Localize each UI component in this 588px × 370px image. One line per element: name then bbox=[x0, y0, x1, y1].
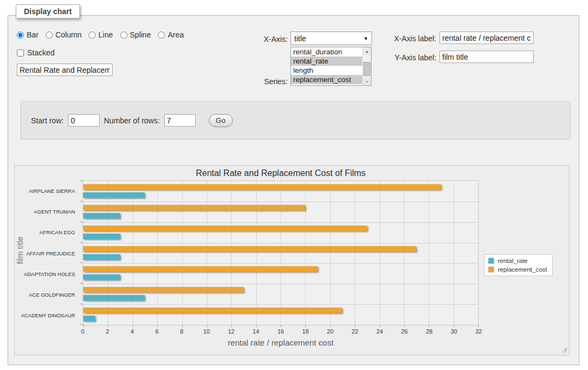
x-tick-mark bbox=[478, 325, 479, 327]
x-tick-label: 30 bbox=[450, 328, 457, 335]
gridline bbox=[231, 181, 232, 325]
gridline bbox=[207, 181, 207, 325]
y-tick-mark bbox=[80, 201, 83, 202]
x-tick-label: 8 bbox=[180, 328, 183, 335]
radio-label: Column bbox=[55, 30, 82, 39]
band-separator bbox=[83, 284, 478, 284]
series-option-replacement_cost[interactable]: replacement_cost bbox=[291, 75, 362, 84]
series-scrollbar[interactable]: ▲ ▼ bbox=[362, 47, 371, 85]
x-axis-label-input[interactable] bbox=[440, 32, 534, 44]
chart-title-input[interactable] bbox=[17, 64, 113, 76]
chart-type-option-area[interactable]: Area bbox=[158, 30, 184, 39]
band-separator bbox=[83, 202, 478, 202]
stacked-checkbox-row[interactable]: Stacked bbox=[17, 48, 55, 57]
chart-type-option-bar[interactable]: Bar bbox=[17, 30, 39, 39]
x-tick-label: 32 bbox=[475, 328, 482, 335]
start-row-input[interactable] bbox=[68, 114, 100, 127]
x-tick-label: 14 bbox=[252, 328, 259, 335]
x-tick-mark bbox=[256, 325, 257, 327]
radio-column[interactable] bbox=[46, 32, 53, 39]
gridline bbox=[256, 181, 257, 325]
gridline bbox=[281, 181, 281, 325]
chart-x-axis-title: rental rate / replacement cost bbox=[83, 338, 479, 347]
scrollbar-thumb[interactable] bbox=[363, 62, 370, 76]
chart-type-option-line[interactable]: Line bbox=[89, 30, 113, 39]
y-axis-label-caption: Y-Axis label: bbox=[386, 53, 436, 62]
plot-area bbox=[83, 180, 479, 325]
legend-item-replacement_cost[interactable]: replacement_cost bbox=[488, 266, 547, 273]
radio-label: Bar bbox=[27, 30, 39, 39]
y-axis-label-input[interactable] bbox=[440, 51, 534, 63]
gridline bbox=[305, 181, 306, 325]
category-labels: AIRPLANE SIERRAAGENT TRUMANAFRICAN EGGAF… bbox=[15, 180, 79, 325]
chart-type-option-column[interactable]: Column bbox=[46, 30, 82, 39]
legend-swatch bbox=[488, 258, 494, 264]
stacked-checkbox[interactable] bbox=[17, 49, 24, 57]
chart-type-option-spline[interactable]: Spline bbox=[120, 30, 151, 39]
chevron-down-icon: ▼ bbox=[363, 36, 368, 41]
bar-replacement_cost-affair-prejudice bbox=[83, 246, 416, 252]
radio-spline[interactable] bbox=[120, 32, 127, 39]
x-tick-mark bbox=[157, 325, 158, 327]
y-tick-mark bbox=[80, 324, 83, 325]
bar-rental_rate-african-egg bbox=[83, 234, 120, 239]
y-tick-mark bbox=[80, 262, 83, 263]
x-tick-label: 20 bbox=[327, 328, 333, 335]
x-tick-label: 16 bbox=[277, 328, 284, 335]
x-tick-label: 0 bbox=[81, 328, 84, 335]
legend-label: replacement_cost bbox=[498, 266, 547, 273]
scroll-up-icon[interactable]: ▲ bbox=[363, 47, 371, 55]
x-tick-mark bbox=[83, 325, 84, 327]
series-options: rental_durationrental_ratelengthreplacem… bbox=[291, 47, 362, 85]
series-option-rental_rate[interactable]: rental_rate bbox=[291, 57, 362, 66]
series-select-label: Series: bbox=[251, 77, 288, 86]
radio-line[interactable] bbox=[89, 32, 96, 39]
gridline bbox=[108, 181, 108, 325]
y-tick-mark bbox=[80, 304, 83, 304]
x-axis-select[interactable]: title ▼ bbox=[290, 32, 372, 45]
radio-area[interactable] bbox=[158, 32, 165, 39]
band-separator bbox=[83, 243, 478, 243]
radio-label: Area bbox=[168, 30, 184, 39]
rows-panel: Start row: Number of rows: Go bbox=[21, 101, 571, 140]
gridline bbox=[157, 181, 158, 325]
band-separator bbox=[83, 222, 478, 223]
x-tick-labels: 02468101214161820222426283032 bbox=[83, 328, 479, 336]
x-tick-mark bbox=[133, 325, 133, 327]
series-option-rental_duration[interactable]: rental_duration bbox=[291, 47, 362, 57]
legend-item-rental_rate[interactable]: rental_rate bbox=[488, 258, 547, 264]
radio-bar[interactable] bbox=[17, 32, 24, 39]
bar-rental_rate-affair-prejudice bbox=[83, 254, 120, 260]
x-tick-label: 26 bbox=[401, 328, 407, 335]
bar-replacement_cost-airplane-sierra bbox=[83, 184, 441, 190]
category-label: ACADEMY DINOSAUR bbox=[21, 312, 75, 318]
category-label: AFFAIR PREJUDICE bbox=[26, 250, 75, 256]
resize-grip-icon[interactable] bbox=[561, 347, 567, 353]
series-option-length[interactable]: length bbox=[291, 66, 362, 75]
x-tick-label: 2 bbox=[106, 328, 109, 335]
x-axis-selected-value: title bbox=[294, 34, 306, 43]
go-button[interactable]: Go bbox=[209, 114, 233, 127]
series-listbox[interactable]: rental_durationrental_ratelengthreplacem… bbox=[290, 47, 372, 86]
x-tick-mark bbox=[454, 325, 454, 327]
x-tick-mark bbox=[305, 325, 306, 327]
bar-replacement_cost-academy-dinosaur bbox=[83, 308, 342, 313]
fieldset-legend: Display chart bbox=[16, 4, 80, 18]
gridline bbox=[429, 181, 429, 325]
bar-rental_rate-adaptation-holes bbox=[83, 274, 120, 280]
gridline bbox=[404, 181, 405, 325]
x-tick-mark bbox=[380, 325, 380, 327]
x-tick-mark bbox=[108, 325, 108, 327]
bar-rental_rate-agent-truman bbox=[83, 213, 120, 218]
x-tick-mark bbox=[355, 325, 355, 327]
chart-panel: Rental Rate and Replacement Cost of Film… bbox=[14, 165, 570, 355]
bar-rental_rate-airplane-sierra bbox=[83, 192, 145, 198]
x-tick-mark bbox=[182, 325, 183, 327]
category-label: AGENT TRUMAN bbox=[34, 209, 75, 215]
num-rows-input[interactable] bbox=[164, 114, 196, 127]
start-row-label: Start row: bbox=[31, 116, 64, 125]
bar-rental_rate-ace-goldfinger bbox=[83, 295, 145, 300]
gridline bbox=[182, 181, 183, 325]
chart-type-group: BarColumnLineSplineArea bbox=[17, 30, 184, 39]
scroll-down-icon[interactable]: ▼ bbox=[363, 78, 371, 85]
